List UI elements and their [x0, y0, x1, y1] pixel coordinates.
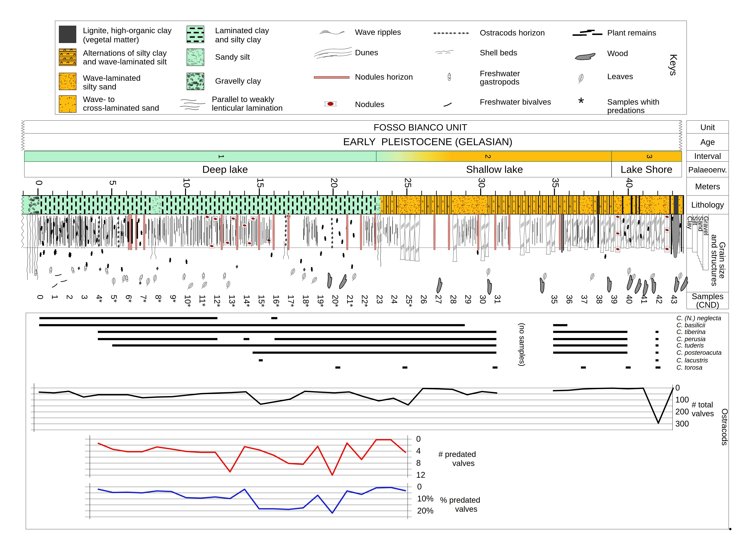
svg-text:4: 4 [416, 446, 421, 455]
svg-text:% predated: % predated [440, 496, 480, 504]
svg-text:10%: 10% [417, 494, 434, 503]
svg-text:30: 30 [477, 178, 487, 188]
svg-text:10: 10 [182, 178, 192, 188]
svg-text:37: 37 [580, 295, 589, 304]
svg-text:Shell beds: Shell beds [480, 48, 517, 57]
svg-text:31: 31 [493, 295, 502, 304]
svg-text:Samples whith: Samples whith [607, 97, 659, 106]
svg-text:Keys: Keys [668, 54, 679, 76]
svg-text:22*: 22* [360, 295, 369, 307]
svg-text:25*: 25* [404, 295, 414, 307]
svg-text:12: 12 [416, 470, 425, 479]
svg-text:20*: 20* [331, 295, 340, 307]
svg-text:Nodules: Nodules [355, 100, 384, 109]
svg-text:40: 40 [624, 178, 634, 188]
svg-text:C. posteroacuta: C. posteroacuta [676, 349, 721, 356]
svg-text:Leaves: Leaves [607, 72, 633, 81]
svg-text:Sandy silt: Sandy silt [215, 53, 250, 61]
svg-text:40: 40 [625, 295, 634, 304]
svg-text:Freshwater bivalves: Freshwater bivalves [480, 97, 551, 106]
svg-text:C. tiberina: C. tiberina [676, 328, 706, 335]
svg-text:Freshwater: Freshwater [480, 69, 520, 78]
svg-text:Alternations of silty clay: Alternations of silty clay [83, 49, 167, 57]
svg-text:300: 300 [675, 419, 689, 428]
svg-text:EARLY PLEISTOCENE (GELASIAN): EARLY PLEISTOCENE (GELASIAN) [343, 136, 513, 147]
svg-text:Lignite, high-organic clay: Lignite, high-organic clay [83, 26, 172, 35]
svg-text:lenticular lamination: lenticular lamination [212, 104, 283, 112]
svg-text:12*: 12* [213, 295, 222, 307]
svg-text:20: 20 [329, 178, 339, 188]
svg-text:C. perusia: C. perusia [676, 335, 706, 342]
svg-text:16*: 16* [272, 295, 281, 307]
svg-text:Plant remains: Plant remains [607, 28, 656, 37]
svg-text:39: 39 [610, 295, 619, 304]
svg-text:3: 3 [645, 154, 654, 159]
svg-text:C. tuderis: C. tuderis [676, 342, 704, 349]
svg-text:0: 0 [675, 383, 680, 392]
svg-text:24: 24 [390, 295, 399, 304]
svg-text:29: 29 [463, 295, 473, 304]
svg-text:200: 200 [675, 407, 689, 416]
svg-text:1: 1 [50, 295, 59, 299]
svg-text:C. (N.) neglecta: C. (N.) neglecta [676, 314, 721, 321]
svg-text:25: 25 [403, 178, 413, 188]
svg-text:0: 0 [416, 434, 421, 443]
svg-text:8*: 8* [154, 295, 163, 302]
svg-text:Unit: Unit [700, 123, 715, 132]
svg-text:8: 8 [416, 458, 421, 468]
svg-text:19*: 19* [316, 295, 325, 307]
svg-text:10*: 10* [183, 295, 192, 307]
svg-text:100: 100 [675, 395, 689, 404]
svg-text:Gravelly clay: Gravelly clay [215, 77, 261, 85]
svg-text:Meters: Meters [695, 182, 720, 191]
svg-text:Wave-laminated: Wave-laminated [83, 74, 141, 82]
svg-text:Age: Age [700, 138, 715, 147]
svg-text:Wave ripples: Wave ripples [355, 28, 401, 36]
svg-text:cross-laminated sand: cross-laminated sand [83, 104, 159, 112]
svg-text:14*: 14* [242, 295, 251, 307]
svg-text:# total: # total [692, 400, 713, 409]
svg-text:15*: 15* [257, 295, 266, 307]
svg-text:9*: 9* [168, 295, 178, 302]
svg-text:3: 3 [80, 295, 89, 299]
svg-text:and structures: and structures [710, 235, 719, 286]
svg-text:7*: 7* [139, 295, 148, 302]
svg-text:5: 5 [108, 180, 118, 186]
svg-text:Interval: Interval [694, 152, 721, 161]
svg-text:(vegetal matter): (vegetal matter) [83, 35, 139, 44]
svg-text:Samples: Samples [692, 292, 724, 301]
svg-text:and wave-laminated silt: and wave-laminated silt [83, 57, 167, 66]
svg-text:28: 28 [449, 295, 458, 304]
svg-text:21*: 21* [345, 295, 355, 307]
svg-text:18*: 18* [301, 295, 310, 307]
svg-text:Laminated clay: Laminated clay [215, 26, 269, 35]
svg-text:43: 43 [669, 295, 679, 304]
svg-text:11*: 11* [198, 295, 207, 306]
svg-text:30: 30 [478, 295, 487, 304]
svg-text:FOSSO BIANCO UNIT: FOSSO BIANCO UNIT [374, 122, 467, 133]
svg-text:1: 1 [217, 154, 226, 159]
svg-text:# predated: # predated [438, 450, 476, 459]
svg-text:2: 2 [484, 154, 492, 159]
svg-text:Lake Shore: Lake Shore [621, 164, 672, 175]
svg-text:Parallel to weakly: Parallel to weakly [212, 95, 274, 104]
svg-text:Ostracods horizon: Ostracods horizon [480, 28, 545, 37]
svg-text:6*: 6* [124, 295, 133, 302]
svg-text:15: 15 [255, 178, 266, 188]
svg-text:Dunes: Dunes [355, 48, 378, 57]
svg-text:Nodules horizon: Nodules horizon [355, 72, 413, 81]
svg-text:gastropods: gastropods [480, 77, 519, 86]
svg-text:0: 0 [36, 295, 45, 299]
svg-text:C. torosa: C. torosa [676, 364, 702, 371]
svg-text:27: 27 [434, 295, 443, 304]
svg-text:0: 0 [34, 180, 44, 186]
svg-text:valves: valves [455, 505, 477, 513]
svg-text:35: 35 [551, 178, 561, 188]
svg-text:(no samples): (no samples) [518, 323, 526, 366]
svg-text:C. lacustris: C. lacustris [676, 357, 708, 364]
svg-text:Gravel: Gravel [703, 216, 710, 236]
svg-text:41: 41 [640, 295, 649, 304]
svg-text:Lithology: Lithology [691, 200, 724, 210]
svg-text:36: 36 [565, 295, 574, 304]
svg-text:5*: 5* [109, 295, 118, 302]
